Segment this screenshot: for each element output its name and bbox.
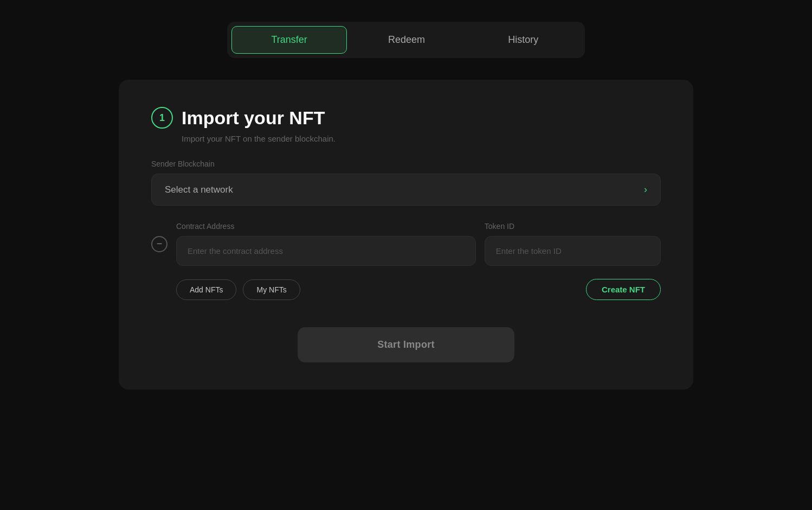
chevron-right-icon: › <box>644 184 647 195</box>
section-subtitle: Import your NFT on the sender blockchain… <box>151 134 661 143</box>
main-card: 1 Import your NFT Import your NFT on the… <box>119 80 693 390</box>
token-id-field-wrap: Token ID <box>485 222 661 266</box>
section-title: Import your NFT <box>182 107 325 129</box>
start-import-wrap: Start Import <box>151 327 661 362</box>
fields-group: Contract Address Token ID <box>176 222 661 266</box>
contract-address-label: Contract Address <box>176 222 476 231</box>
sender-blockchain-field: Sender Blockchain Select a network › <box>151 160 661 222</box>
step-circle: 1 <box>151 107 173 129</box>
remove-nft-button[interactable]: − <box>151 236 167 252</box>
tab-redeem[interactable]: Redeem <box>349 27 463 53</box>
section-header: 1 Import your NFT <box>151 107 661 129</box>
token-id-input[interactable] <box>485 236 661 266</box>
start-import-button[interactable]: Start Import <box>298 327 514 362</box>
tab-bar: Transfer Redeem History <box>227 22 585 58</box>
contract-address-input[interactable] <box>176 236 476 266</box>
create-nft-button[interactable]: Create NFT <box>586 279 661 300</box>
left-buttons: Add NFTs My NFTs <box>176 279 300 300</box>
minus-icon-wrap: − <box>151 236 167 252</box>
tab-transfer[interactable]: Transfer <box>231 26 347 54</box>
token-id-label: Token ID <box>485 222 661 231</box>
network-select-dropdown[interactable]: Select a network › <box>151 174 661 206</box>
sender-blockchain-label: Sender Blockchain <box>151 160 661 168</box>
network-select-text: Select a network <box>165 184 233 195</box>
add-nfts-button[interactable]: Add NFTs <box>176 279 236 300</box>
minus-icon: − <box>157 238 163 250</box>
action-buttons-row: Add NFTs My NFTs Create NFT <box>151 279 661 300</box>
my-nfts-button[interactable]: My NFTs <box>243 279 300 300</box>
nft-row: − Contract Address Token ID <box>151 222 661 266</box>
tab-history[interactable]: History <box>466 27 581 53</box>
contract-address-field-wrap: Contract Address <box>176 222 476 266</box>
